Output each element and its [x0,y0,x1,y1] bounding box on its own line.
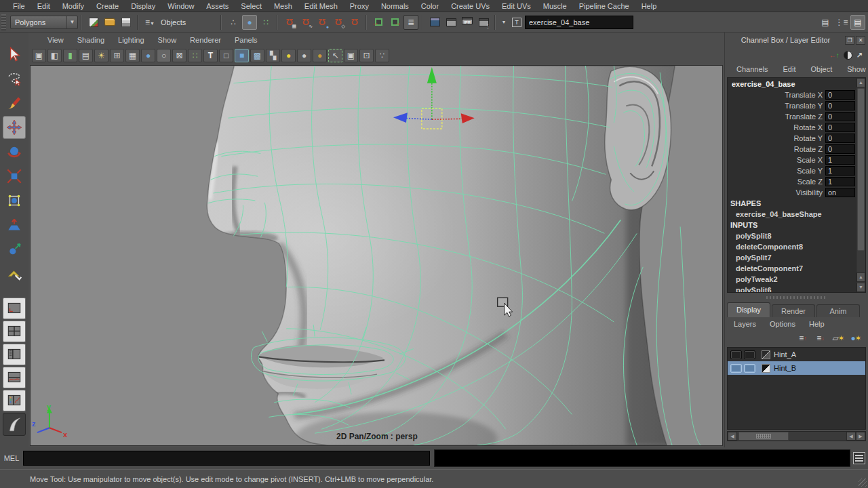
shape-node[interactable]: exercise_04_baseShape [728,209,856,220]
tab-display[interactable]: Display [727,302,770,317]
menuset-dropdown[interactable]: Polygons ▼ [10,16,78,29]
last-tool[interactable] [3,262,26,285]
menu-edit-uvs[interactable]: Edit UVs [496,2,537,10]
channel-value-field[interactable]: 1 [825,166,855,176]
select-objects-icon[interactable]: ↖ [328,49,342,62]
tab-render[interactable]: Render [772,304,815,317]
channel-label[interactable]: Translate X [728,91,823,99]
contrast-icon[interactable] [844,51,852,60]
lighting-default-icon[interactable]: ● [297,49,311,62]
menu-mesh[interactable]: Mesh [268,2,298,10]
wireframe-mode-icon[interactable]: □ [219,49,233,62]
menu-normals[interactable]: Normals [375,2,415,10]
construction-history-icon[interactable]: ≣ [403,15,418,30]
film-gate-icon[interactable]: ▦ [125,49,140,62]
input-node[interactable]: polySplit7 [728,252,856,263]
persp-outliner-layout-button[interactable] [3,344,26,365]
object-name-field[interactable] [525,16,633,29]
cb-object-menu[interactable]: Object [803,65,840,73]
select-tool[interactable] [3,43,26,66]
tab-anim[interactable]: Anim [816,304,860,317]
channel-label[interactable]: Rotate Z [728,145,823,153]
snap-plane-icon[interactable]: Ω◇ [331,15,346,30]
scale-tool[interactable] [3,165,26,188]
layer-help-menu[interactable]: Help [802,320,831,328]
menu-window[interactable]: Window [161,2,200,10]
render-view-icon[interactable] [427,15,442,30]
channel-label[interactable]: Scale X [728,156,823,164]
layer-options-menu[interactable]: Options [763,320,802,328]
input-node[interactable]: polySplit6 [728,285,856,293]
channel-label[interactable]: Rotate Y [728,134,823,142]
manipulator-mini-icon[interactable]: ←↑ [829,52,840,59]
attribute-editor-button[interactable]: ▤ [818,15,833,30]
layer-horizontal-scrollbar[interactable]: ◀ ◀ ▶ [727,431,866,441]
menu-color[interactable]: Color [415,2,445,10]
input-node[interactable]: polyTweak2 [728,274,856,285]
menu-pipeline-cache[interactable]: Pipeline Cache [573,2,635,10]
panel-menu-lighting[interactable]: Lighting [111,36,151,44]
menu-file[interactable]: File [7,2,31,10]
restore-panel-icon[interactable]: ❐ [845,36,854,45]
channel-label[interactable]: Translate Y [728,102,823,110]
layer-visibility-checkbox[interactable] [730,364,742,373]
new-layer-from-selected-icon[interactable]: ●✶ [848,332,863,344]
panel-splitter[interactable] [725,294,868,301]
xray-icon[interactable]: ⊠ [172,49,186,62]
paint-selection-tool[interactable] [3,92,26,115]
snap-point-icon[interactable]: Ω● [315,15,330,30]
lighting-flat-icon[interactable]: ● [313,49,327,62]
quick-rename-icon[interactable]: T [509,15,524,30]
resize-grip[interactable] [859,479,867,487]
layers-menu[interactable]: Layers [727,320,763,328]
save-scene-icon[interactable] [119,15,134,30]
layer-name[interactable]: Hint_B [774,364,796,372]
isolate-select-icon[interactable]: ▣ [344,49,358,62]
scroll-left-icon[interactable]: ◀ [846,432,856,441]
menu-edit[interactable]: Edit [31,2,56,10]
texture-view-icon[interactable]: T [203,49,218,62]
four-pane-layout-button[interactable] [3,321,26,342]
channel-value-field[interactable]: 0 [825,112,855,121]
new-scene-icon[interactable] [86,15,101,30]
menu-help[interactable]: Help [635,2,663,10]
rotate-tool[interactable] [3,140,26,163]
channel-label[interactable]: Scale Y [728,167,823,175]
menu-display[interactable]: Display [125,2,161,10]
channel-value-field[interactable]: 0 [825,144,855,154]
channel-value-field[interactable]: 0 [825,90,855,100]
lasso-select-tool[interactable] [3,67,26,90]
textured-mode-icon[interactable]: ▩ [250,49,264,62]
snap-view-icon[interactable]: Ω [347,15,362,30]
layer-playback-checkbox[interactable] [744,364,755,373]
layers-down-icon[interactable]: ≡↓ [813,332,828,344]
panel-menu-view[interactable]: View [41,36,71,44]
snap-curve-icon[interactable]: Ω∿ [298,15,313,30]
image-plane-icon[interactable]: ▤ [79,49,93,62]
smooth-shade-mode-icon[interactable]: ■ [235,49,249,62]
new-empty-layer-icon[interactable]: ▱✶ [831,332,846,344]
layer-type-swatch[interactable] [762,364,770,373]
menu-create-uvs[interactable]: Create UVs [445,2,496,10]
render-current-icon[interactable] [443,15,458,30]
ipr-render-icon[interactable]: IPR [460,15,475,30]
layer-name[interactable]: Hint_A [774,350,796,359]
channel-value-field[interactable]: 1 [825,155,855,165]
channel-box-button[interactable]: ▤ [850,15,865,30]
show-manipulator-tool[interactable] [3,238,26,261]
open-scene-icon[interactable] [102,15,117,30]
scroll-up-icon[interactable]: ▲ [856,272,865,282]
select-hierarchy-icon[interactable]: ∴ [226,15,241,30]
panel-menu-panels[interactable]: Panels [228,36,264,44]
menu-select[interactable]: Select [235,2,268,10]
channels-menu[interactable]: Channels [729,65,775,73]
camera-attributes-icon[interactable]: ◧ [47,49,62,62]
grid-icon[interactable]: ⊞ [110,49,124,62]
menu-create[interactable]: Create [90,2,125,10]
channel-label[interactable]: Scale Z [728,178,823,186]
channel-scrollbar[interactable]: ▲ ▲ ▼ [856,78,865,292]
menu-assets[interactable]: Assets [200,2,235,10]
input-node[interactable]: polySplit8 [728,230,856,241]
snap-grid-icon[interactable]: Ω▦ [282,15,297,30]
share-icon[interactable]: ∵ [375,49,389,62]
